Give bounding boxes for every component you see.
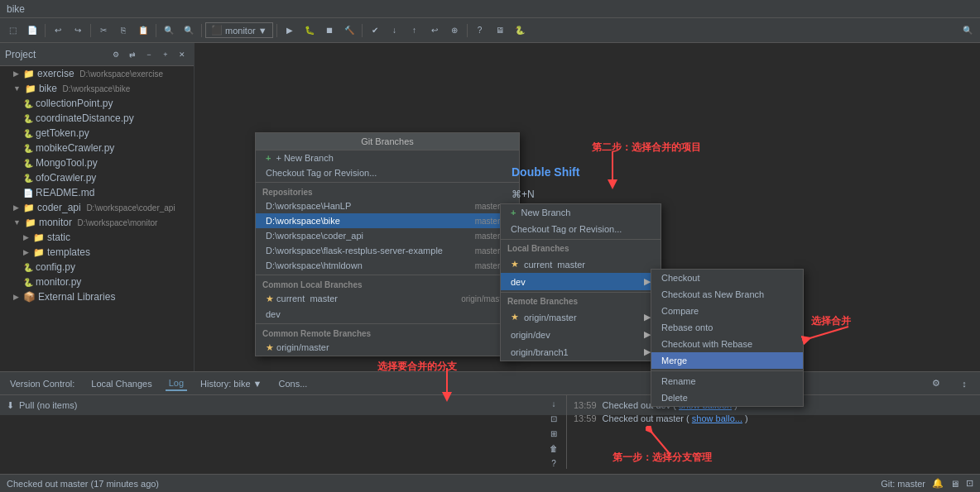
side-icon-3[interactable]: ⊞ xyxy=(545,428,563,440)
sidebar-item-readme[interactable]: 📄 README.md xyxy=(0,185,194,200)
toolbar-btn-revert[interactable]: ↩ xyxy=(425,21,444,40)
vc-expand-btn[interactable]: ↕ xyxy=(955,375,973,393)
sidebar-item-coordinatedistance[interactable]: 🐍 coordinateDistance.py xyxy=(0,111,194,126)
vc-tab-history[interactable]: History: bike ▼ xyxy=(197,377,265,390)
ctx-checkout-with-rebase[interactable]: Checkout with Rebase xyxy=(651,336,803,352)
sidebar-expand-btn[interactable]: + xyxy=(159,48,172,61)
remote-origin-master[interactable]: ★ origin/master ▶ xyxy=(256,340,519,356)
submenu-origin-master-arrow: ▶ xyxy=(644,312,651,322)
sidebar-item-exercise[interactable]: ▶ 📁 exercise D:\workspace\exercise xyxy=(0,66,194,81)
log-entry-2: 13:59 Checked out master ( show ballo...… xyxy=(567,412,980,425)
local-dev[interactable]: dev ▶ xyxy=(256,307,519,322)
toolbar-btn-build[interactable]: 🔨 xyxy=(340,21,358,40)
toolbar-sep-5 xyxy=(276,24,277,37)
sidebar-item-monitor-py[interactable]: 🐍 monitor.py xyxy=(0,275,194,289)
toolbar-btn-new[interactable]: 📄 xyxy=(23,21,41,40)
ctx-rename[interactable]: Rename xyxy=(651,373,803,389)
vc-tab-local-changes[interactable]: Local Changes xyxy=(88,377,155,390)
sidebar-item-label-coder: coder_api D:\workspace\coder_api xyxy=(37,202,175,213)
submenu-origin-branch1-label: origin/branch1 xyxy=(511,347,569,357)
sidebar-settings-btn[interactable]: ⚙ xyxy=(109,48,122,61)
repo-bike[interactable]: D:\workspace\bike master ▶ xyxy=(256,213,519,228)
side-icon-2[interactable]: ⊡ xyxy=(545,413,563,425)
ctx-sep xyxy=(651,370,803,371)
toolbar-btn-cut[interactable]: ✂ xyxy=(94,21,113,40)
ctx-rebase-onto[interactable]: Rebase onto xyxy=(651,319,803,336)
repo-hanlp[interactable]: D:\workspace\HanLP master ▶ xyxy=(256,198,519,213)
sidebar-item-config[interactable]: 🐍 config.py xyxy=(0,260,194,275)
sidebar-item-ofocrawler[interactable]: 🐍 ofoCrawler.py xyxy=(0,170,194,185)
vc-settings-btn[interactable]: ⚙ xyxy=(927,375,945,393)
submenu-current-master-label: current master xyxy=(524,260,585,270)
ctx-checkout-new-branch-label: Checkout as New Branch xyxy=(661,289,764,299)
vc-tab-log[interactable]: Log xyxy=(166,376,187,391)
submenu-new-branch[interactable]: + New Branch xyxy=(501,204,661,221)
sidebar-close-btn[interactable]: ✕ xyxy=(175,48,189,61)
vc-tab-console[interactable]: Cons... xyxy=(275,377,310,390)
sidebar-item-mongotool[interactable]: 🐍 MongoTool.py xyxy=(0,155,194,170)
sidebar-sync-btn[interactable]: ⇄ xyxy=(126,48,139,61)
log-link-2[interactable]: show ballo... xyxy=(692,413,742,423)
sidebar-collapse-btn[interactable]: − xyxy=(142,48,156,61)
submenu-origin-master[interactable]: ★ origin/master ▶ xyxy=(501,308,661,326)
toolbar-btn-undo[interactable]: ↩ xyxy=(49,21,67,40)
py-icon-coord: 🐍 xyxy=(23,114,33,123)
sidebar-item-gettoken[interactable]: 🐍 getToken.py xyxy=(0,126,194,141)
toolbar-btn-search-all[interactable]: 🔍 xyxy=(958,21,977,40)
submenu-dev[interactable]: dev ▶ xyxy=(501,273,661,290)
toolbar-btn-git[interactable]: ⊕ xyxy=(445,21,464,40)
toolbar-btn-copy[interactable]: ⎘ xyxy=(114,21,132,40)
tree-arrow-templates: ▶ xyxy=(23,248,29,256)
toolbar-btn-search2[interactable]: 🔍 xyxy=(180,21,198,40)
local-current-master[interactable]: ★ current master origin/master xyxy=(256,291,519,307)
sidebar-item-templates[interactable]: ▶ 📁 templates xyxy=(0,245,194,260)
submenu-checkout-tag[interactable]: Checkout Tag or Revision... xyxy=(501,221,661,237)
ctx-compare[interactable]: Compare xyxy=(651,303,803,319)
status-icon-3: ⊡ xyxy=(966,478,973,489)
submenu-current-master[interactable]: ★ current master xyxy=(501,256,661,273)
toolbar-btn-push[interactable]: ↑ xyxy=(406,21,424,40)
ctx-rebase-onto-label: Rebase onto xyxy=(661,322,713,332)
sidebar-item-external-libs[interactable]: ▶ 📦 External Libraries xyxy=(0,289,194,304)
toolbar-btn-update[interactable]: ↓ xyxy=(386,21,404,40)
toolbar-btn-search1[interactable]: 🔍 xyxy=(160,21,178,40)
sidebar-item-bike[interactable]: ▼ 📁 bike D:\workspace\bike xyxy=(0,81,194,96)
sidebar-item-mobike[interactable]: 🐍 mobikeCrawler.py xyxy=(0,141,194,155)
sidebar-item-label-monitor-py: monitor.py xyxy=(36,276,81,288)
side-icon-4[interactable]: 🗑 xyxy=(545,442,563,454)
monitor-dropdown-icon: ▼ xyxy=(258,26,267,36)
repo-coder-api[interactable]: D:\workspace\coder_api master ▶ xyxy=(256,228,519,243)
toolbar-btn-terminal[interactable]: 🖥 xyxy=(491,21,509,40)
toolbar-btn-redo[interactable]: ↪ xyxy=(69,21,87,40)
repo-htmldown[interactable]: D:\workspace\htmldown master ▶ xyxy=(256,258,519,273)
sidebar-item-collectionpoint[interactable]: 🐍 collectionPoint.py xyxy=(0,96,194,111)
toolbar-btn-debug[interactable]: 🐛 xyxy=(300,21,319,40)
checkout-tag-btn[interactable]: Checkout Tag or Revision... xyxy=(256,165,519,180)
toolbar-btn-paste[interactable]: 📋 xyxy=(134,21,152,40)
ctx-merge[interactable]: Merge xyxy=(651,352,803,369)
submenu-origin-branch1[interactable]: origin/branch1 ▶ xyxy=(501,343,661,361)
toolbar-btn-stop[interactable]: ⏹ xyxy=(320,21,339,40)
toolbar-btn-vcs[interactable]: ✔ xyxy=(366,21,384,40)
ctx-checkout[interactable]: Checkout xyxy=(651,270,803,286)
toolbar-btn-python[interactable]: 🐍 xyxy=(511,21,529,40)
side-icon-1[interactable]: ↓ xyxy=(545,399,563,410)
git-branch-status[interactable]: Git: master xyxy=(881,479,925,489)
status-bar: Checked out master (17 minutes ago) Git:… xyxy=(0,474,980,492)
sidebar-item-static[interactable]: ▶ 📁 static xyxy=(0,230,194,245)
toolbar-btn-help[interactable]: ? xyxy=(471,21,489,40)
toolbar-btn-run[interactable]: ▶ xyxy=(281,21,299,40)
side-icon-5[interactable]: ? xyxy=(545,457,563,469)
ctx-checkout-new-branch[interactable]: Checkout as New Branch xyxy=(651,286,803,303)
ctx-delete[interactable]: Delete xyxy=(651,389,803,406)
sidebar-item-label-static: static xyxy=(47,232,70,243)
monitor-run-btn[interactable]: ⬛ monitor ▼ xyxy=(205,22,273,38)
sidebar-item-label-templates: templates xyxy=(47,246,90,258)
new-branch-btn[interactable]: + + New Branch xyxy=(256,150,519,165)
checkout-tag-label: Checkout Tag or Revision... xyxy=(266,168,377,178)
repo-flask[interactable]: D:\workspace\flask-restplus-server-examp… xyxy=(256,243,519,258)
sidebar-item-coder-api[interactable]: ▶ 📁 coder_api D:\workspace\coder_api xyxy=(0,200,194,215)
toolbar-btn-back[interactable]: ⬚ xyxy=(3,21,22,40)
sidebar-item-monitor[interactable]: ▼ 📁 monitor D:\workspace\monitor xyxy=(0,215,194,230)
submenu-origin-dev[interactable]: origin/dev ▶ xyxy=(501,326,661,343)
